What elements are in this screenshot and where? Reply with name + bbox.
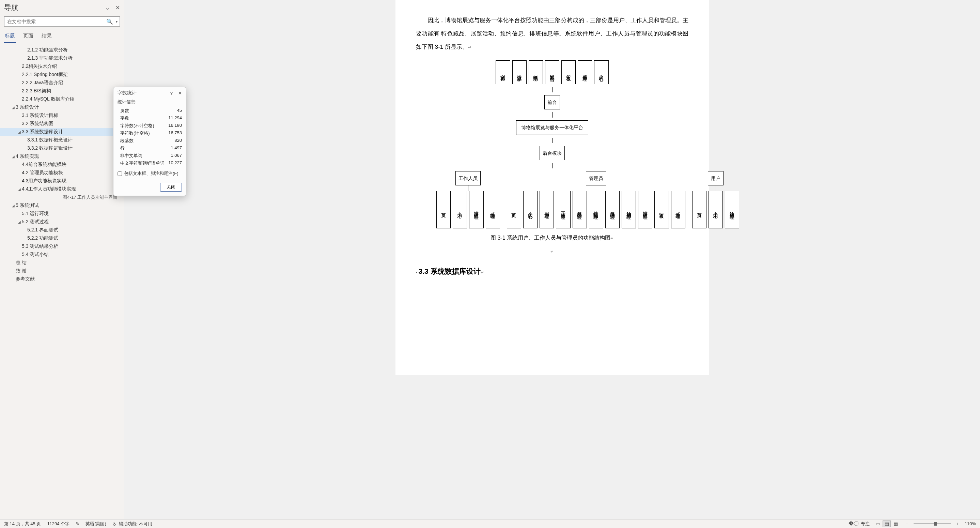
tree-caret-icon[interactable]: ◢ xyxy=(11,106,16,109)
nav-tree-item[interactable]: 4.4前台系统功能模块 xyxy=(0,161,124,169)
diagram-platform-box: 博物馆展览与服务一体化平台 xyxy=(516,120,588,135)
paragraph-mark: ↵ xyxy=(416,247,689,257)
nav-tree-item[interactable]: 2.2相关技术介绍 xyxy=(0,62,124,70)
nav-tree-item[interactable]: 2.1.2 功能需求分析 xyxy=(0,46,124,54)
nav-tree-item[interactable]: 3.2 系统结构图 xyxy=(0,120,124,128)
status-spellcheck-icon[interactable]: ✎ xyxy=(76,521,80,526)
nav-tree-item[interactable]: ◢3.3 系统数据库设计 xyxy=(0,128,124,136)
nav-tree-item[interactable]: 2.2.2 Java语言介绍 xyxy=(0,79,124,87)
nav-tree-item[interactable]: ◢5 系统测试 xyxy=(0,201,124,210)
view-print-icon[interactable]: ▤ xyxy=(883,520,891,527)
tree-caret-icon[interactable]: ◢ xyxy=(11,204,16,207)
stat-label: 页数 xyxy=(120,108,129,114)
view-web-icon[interactable]: ▦ xyxy=(891,520,900,527)
figure-caption: 图 3-1 系统用户、工作人员与管理员的功能结构图↵ xyxy=(416,232,689,244)
diagram-leaf-node: 系统管理 xyxy=(671,191,685,228)
diagram-leaf-node: 排班信息管理 xyxy=(638,191,652,228)
nav-tree-item[interactable]: 3.1 系统设计目标 xyxy=(0,112,124,120)
include-textbox-checkbox[interactable]: 包括文本框、脚注和尾注(F) xyxy=(118,171,182,177)
navigation-panel: 导航 ⌵ ✕ 🔍 ▾ 标题 页面 结果 2.1.2 功能需求分析2.1.3 非功… xyxy=(0,0,124,528)
diagram-leaf-node: 个人中心 xyxy=(708,191,723,228)
tree-item-label: 5.3 测试结果分析 xyxy=(22,243,120,249)
nav-tree-item[interactable]: 4.3用户功能模块实现 xyxy=(0,177,124,185)
stat-row: 非中文单词1,067 xyxy=(118,152,182,160)
close-panel-icon[interactable]: ✕ xyxy=(116,5,120,11)
status-bar: 第 14 页，共 45 页 11294 个字 ✎ 英语(美国) ♿︎辅助功能: … xyxy=(0,519,980,528)
nav-tree-item[interactable]: 3.3.1 数据库概念设计 xyxy=(0,136,124,144)
tab-results[interactable]: 结果 xyxy=(41,31,52,43)
tab-headings[interactable]: 标题 xyxy=(4,31,16,43)
status-word-count[interactable]: 11294 个字 xyxy=(47,521,70,527)
diagram-leaf-node: 预约信息管理 xyxy=(725,191,739,228)
tree-item-label: 4.2 管理员功能模块 xyxy=(22,170,120,176)
dialog-subtitle: 统计信息: xyxy=(118,99,182,105)
nav-tree-item[interactable]: ◢4 系统实现 xyxy=(0,152,124,161)
stat-row: 字符数(计空格)16,753 xyxy=(118,129,182,137)
diagram-role-admin: 管理员 xyxy=(586,171,606,185)
nav-tree-item[interactable]: 4.2 管理员功能模块 xyxy=(0,169,124,177)
diagram-top-node: 特色藏品 xyxy=(512,60,527,84)
nav-tree-item[interactable]: 5.4 测试小结 xyxy=(0,250,124,259)
stat-label: 字数 xyxy=(120,115,129,121)
nav-tree-item[interactable]: 5.1 运行环境 xyxy=(0,210,124,218)
tree-item-label: 3.3 系统数据库设计 xyxy=(22,129,120,135)
tree-item-label: 2.2相关技术介绍 xyxy=(22,64,120,70)
nav-tree-item[interactable]: 参考文献 xyxy=(0,275,124,283)
heading-3-3: 3.3 系统数据库设计↵ xyxy=(416,263,689,279)
diagram-leaf-node: 系统管理 xyxy=(486,191,500,228)
word-count-dialog: 字数统计 ? ✕ 统计信息: 页数45字数11,294字符数(不计空格)16,1… xyxy=(113,87,186,196)
status-language[interactable]: 英语(美国) xyxy=(86,521,106,527)
nav-tree: 2.1.2 功能需求分析2.1.3 非功能需求分析2.2相关技术介绍2.2.1 … xyxy=(0,43,124,528)
tree-caret-icon[interactable]: ◢ xyxy=(11,155,16,158)
dialog-title: 字数统计 xyxy=(118,90,137,96)
search-dropdown-icon[interactable]: ▾ xyxy=(116,20,119,24)
nav-tree-item[interactable]: ◢3 系统设计 xyxy=(0,103,124,112)
nav-tree-item[interactable]: 5.2.2 功能测试 xyxy=(0,234,124,242)
status-accessibility[interactable]: ♿︎辅助功能: 不可用 xyxy=(112,521,152,527)
tree-item-label: 4 系统实现 xyxy=(16,153,120,160)
dialog-help-icon[interactable]: ? xyxy=(170,91,173,96)
dialog-close-icon[interactable]: ✕ xyxy=(178,91,182,96)
tree-caret-icon[interactable]: ◢ xyxy=(17,130,22,134)
close-button[interactable]: 关闭 xyxy=(160,183,182,191)
status-focus[interactable]: �〇专注 xyxy=(848,520,870,527)
nav-tree-item[interactable]: 图4-17 工作人员功能主界面 xyxy=(0,193,124,201)
nav-tree-item[interactable]: 2.2.3 B/S架构 xyxy=(0,87,124,95)
zoom-in-icon[interactable]: + xyxy=(955,521,961,526)
search-icon[interactable]: 🔍 xyxy=(103,18,116,25)
zoom-slider[interactable] xyxy=(913,523,951,524)
tree-caret-icon[interactable]: ◢ xyxy=(17,220,22,224)
tree-item-label: 5.2.2 功能测试 xyxy=(27,235,120,241)
diagram-leaf-node: 工作人员管理 xyxy=(556,191,570,228)
nav-tree-item[interactable]: ◢5.2 测试过程 xyxy=(0,218,124,226)
diagram-leaf-node: 特色藏品管理 xyxy=(589,191,603,228)
tree-item-label: 3.2 系统结构图 xyxy=(22,121,120,127)
tree-item-label: 5.2 测试过程 xyxy=(22,219,120,225)
nav-tree-item[interactable]: 总 结 xyxy=(0,259,124,267)
nav-tree-item[interactable]: 5.3 测试结果分析 xyxy=(0,242,124,250)
nav-tree-item[interactable]: 2.2.4 MySQL 数据库介绍 xyxy=(0,95,124,103)
tree-caret-icon[interactable]: ◢ xyxy=(17,187,22,191)
view-read-icon[interactable]: ▭ xyxy=(874,520,882,527)
diagram-frontend-box: 前台 xyxy=(544,95,560,109)
tree-item-label: 5.2.1 界面测试 xyxy=(27,227,120,233)
nav-tree-item[interactable]: 2.2.1 Spring boot框架 xyxy=(0,70,124,79)
zoom-out-icon[interactable]: − xyxy=(904,521,909,526)
chevron-down-icon[interactable]: ⌵ xyxy=(106,5,109,11)
nav-tree-item[interactable]: ◢4.4工作人员功能模块实现 xyxy=(0,185,124,193)
nav-tree-item[interactable]: 2.1.3 非功能需求分析 xyxy=(0,54,124,62)
stat-value: 45 xyxy=(177,108,182,114)
stat-value: 820 xyxy=(174,138,182,144)
nav-tree-item[interactable]: 3.3.2 数据库逻辑设计 xyxy=(0,144,124,152)
checkbox-input[interactable] xyxy=(118,171,122,176)
diagram-leaf-node: 预约信息管理 xyxy=(622,191,636,228)
tab-pages[interactable]: 页面 xyxy=(22,31,34,43)
status-page-info[interactable]: 第 14 页，共 45 页 xyxy=(4,521,41,527)
diagram-leaf-node: 首页 xyxy=(436,191,451,228)
nav-search-box[interactable]: 🔍 ▾ xyxy=(4,16,120,27)
zoom-level[interactable]: 110% xyxy=(965,521,976,526)
nav-tree-item[interactable]: 5.2.1 界面测试 xyxy=(0,226,124,234)
nav-tree-item[interactable]: 致 谢 xyxy=(0,267,124,275)
document-area[interactable]: 因此，博物馆展览与服务一体化平台按照功能由三部分构成的，三部份是用户、工作人员和… xyxy=(124,0,980,528)
search-input[interactable] xyxy=(5,17,103,26)
